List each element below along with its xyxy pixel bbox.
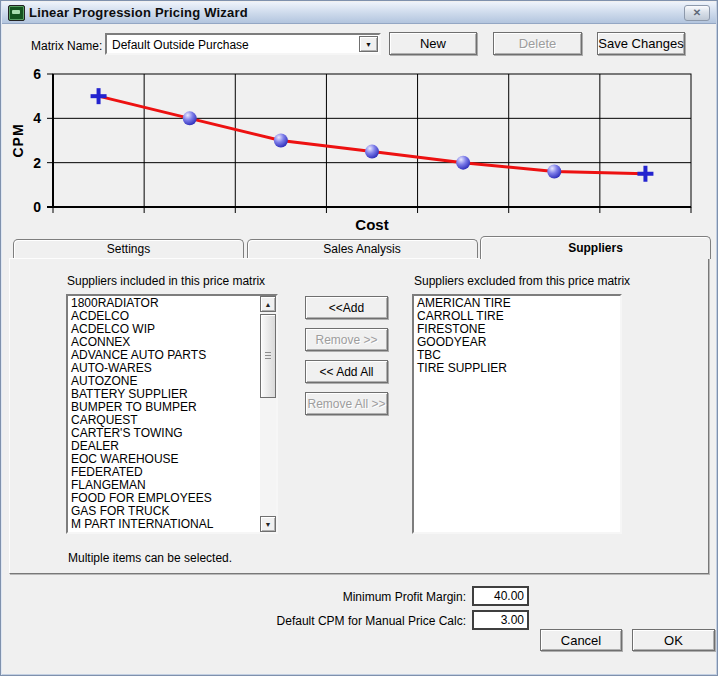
suppliers-tab-panel: Suppliers included in this price matrix … [9, 258, 709, 574]
min-profit-margin-label: Minimum Profit Margin: [251, 590, 466, 604]
remove-button[interactable]: Remove >> [305, 328, 388, 351]
multiselect-hint: Multiple items can be selected. [68, 551, 232, 565]
scroll-up-icon: ▲ [265, 301, 272, 308]
close-button[interactable]: ✕ [684, 5, 710, 21]
pricing-wizard-window: Linear Progression Pricing Wizard ✕ Matr… [0, 0, 718, 676]
chevron-down-icon: ▼ [365, 41, 372, 48]
chart-data-point[interactable] [456, 156, 470, 170]
excluded-list-items: AMERICAN TIRECARROLL TIREFIRESTONEGOODYE… [414, 297, 620, 532]
y-tick-label: 0 [33, 199, 41, 215]
window-title: Linear Progression Pricing Wizard [29, 5, 248, 20]
chart-data-point[interactable] [547, 165, 561, 179]
delete-button[interactable]: Delete [493, 32, 582, 55]
matrix-name-value: Default Outside Purchase [112, 38, 249, 52]
list-item[interactable]: GOODYEAR [414, 336, 620, 349]
chart-data-point[interactable] [274, 134, 288, 148]
matrix-name-label: Matrix Name: [31, 39, 102, 53]
chart-data-point[interactable] [365, 145, 379, 159]
chart-data-point[interactable] [183, 111, 197, 125]
excluded-suppliers-listbox[interactable]: AMERICAN TIRECARROLL TIREFIRESTONEGOODYE… [412, 294, 622, 534]
y-axis-label: CPM [10, 123, 26, 157]
app-icon [8, 5, 25, 21]
y-tick-label: 6 [33, 66, 41, 82]
list-item[interactable]: M PART INTERNATIONAL [68, 518, 260, 531]
included-list-items: 1800RADIATORACDELCOACDELCO WIPACONNEXADV… [68, 297, 260, 532]
scroll-down-button[interactable]: ▼ [260, 516, 276, 532]
x-axis-label: Cost [355, 216, 388, 233]
included-list-label: Suppliers included in this price matrix [67, 274, 265, 288]
new-button[interactable]: New [389, 32, 477, 55]
scrollbar-thumb[interactable] [260, 314, 276, 398]
default-cpm-input[interactable] [472, 610, 529, 630]
add-button[interactable]: <<Add [305, 296, 388, 319]
tab-suppliers[interactable]: Suppliers [480, 236, 711, 259]
min-profit-margin-input[interactable] [472, 586, 529, 606]
chart-grid [47, 74, 691, 213]
scrollbar-grip-icon [265, 352, 271, 360]
list-item[interactable]: TIRE SUPPLIER [414, 362, 620, 375]
tab-settings[interactable]: Settings [13, 239, 244, 258]
y-tick-label: 2 [33, 155, 41, 171]
included-suppliers-listbox[interactable]: 1800RADIATORACDELCOACDELCO WIPACONNEXADV… [66, 294, 278, 534]
included-list-scrollbar[interactable]: ▲ ▼ [260, 296, 276, 532]
close-icon: ✕ [693, 8, 701, 18]
matrix-name-combobox[interactable]: Default Outside Purchase ▼ [105, 33, 381, 55]
remove-all-button[interactable]: Remove All >> [305, 392, 388, 415]
tab-sales-analysis[interactable]: Sales Analysis [247, 239, 478, 258]
default-cpm-label: Default CPM for Manual Price Calc: [231, 614, 466, 628]
add-all-button[interactable]: << Add All [305, 360, 388, 383]
cancel-button[interactable]: Cancel [540, 629, 622, 651]
scroll-down-icon: ▼ [265, 521, 272, 528]
combo-dropdown-button[interactable]: ▼ [359, 36, 378, 52]
save-changes-button[interactable]: Save Changes [597, 32, 685, 55]
y-tick-label: 4 [33, 110, 41, 126]
scroll-up-button[interactable]: ▲ [260, 296, 276, 312]
excluded-list-label: Suppliers excluded from this price matri… [414, 274, 630, 288]
cpm-cost-chart: 0246CPMCost [9, 59, 711, 235]
ok-button[interactable]: OK [632, 629, 715, 651]
titlebar: Linear Progression Pricing Wizard ✕ [2, 2, 716, 24]
